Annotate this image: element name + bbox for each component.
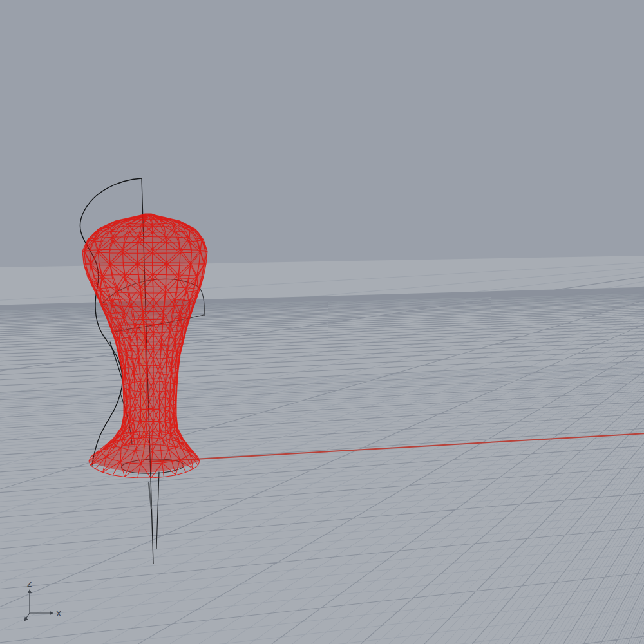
gizmo-z-label: z xyxy=(27,578,32,589)
scene-render xyxy=(0,0,644,644)
cad-viewport-stage: z x xyxy=(0,0,644,644)
viewport-3d-perspective[interactable]: z x xyxy=(0,0,644,644)
gizmo-x-label: x xyxy=(56,608,61,618)
